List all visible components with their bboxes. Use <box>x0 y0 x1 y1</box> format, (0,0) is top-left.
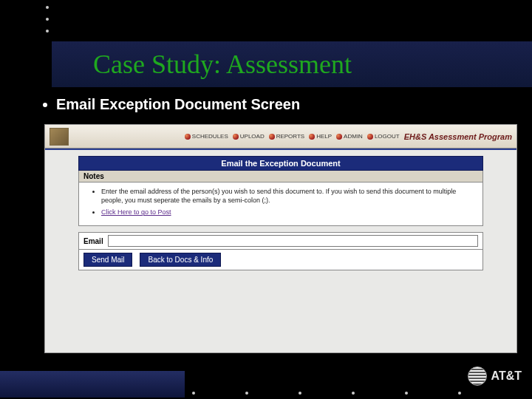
footer-accent <box>0 371 185 398</box>
notes-header: Notes <box>78 171 483 183</box>
back-button[interactable]: Back to Docs & Info <box>140 253 221 267</box>
email-row: Email <box>78 232 483 250</box>
app-window: SCHEDULES UPLOAD REPORTS HELP ADMIN LOGO… <box>44 124 517 353</box>
note-instruction: Enter the email address of the person(s)… <box>101 187 477 205</box>
note-link-item: Click Here to go to Post <box>101 208 477 216</box>
subtitle-row: Email Exception Document Screen <box>43 96 300 113</box>
brand-logo: AT&T <box>468 366 522 386</box>
program-title: EH&S Assessment Program <box>404 132 512 141</box>
button-row: Send Mail Back to Docs & Info <box>78 250 483 270</box>
globe-icon <box>468 366 487 386</box>
post-link[interactable]: Click Here to go to Post <box>101 208 171 216</box>
slide-subtitle: Email Exception Document Screen <box>56 96 300 113</box>
email-label: Email <box>83 237 103 245</box>
email-input[interactable] <box>108 235 478 247</box>
app-header: SCHEDULES UPLOAD REPORTS HELP ADMIN LOGO… <box>45 125 516 149</box>
form-panel: Email the Exception Document Notes Enter… <box>78 156 483 270</box>
nav-admin[interactable]: ADMIN <box>336 133 363 140</box>
app-logo-icon <box>50 128 69 146</box>
nav-reports[interactable]: REPORTS <box>269 133 305 140</box>
bullet-icon <box>43 103 47 107</box>
content-area: Email the Exception Document Notes Enter… <box>45 150 516 278</box>
dot-icon <box>269 134 275 140</box>
title-bar: Case Study: Assessment <box>52 41 532 87</box>
nav-upload[interactable]: UPLOAD <box>233 133 265 140</box>
send-mail-button[interactable]: Send Mail <box>83 253 132 267</box>
decorative-dots-bottom <box>192 392 461 395</box>
dot-icon <box>233 134 239 140</box>
dot-icon <box>367 134 373 140</box>
nav-help[interactable]: HELP <box>309 133 332 140</box>
dot-icon <box>185 134 191 140</box>
panel-banner: Email the Exception Document <box>78 156 483 171</box>
brand-text: AT&T <box>491 369 522 383</box>
nav-logout[interactable]: LOGOUT <box>367 133 400 140</box>
nav-schedules[interactable]: SCHEDULES <box>185 133 228 140</box>
notes-body: Enter the email address of the person(s)… <box>78 183 483 226</box>
dot-icon <box>336 134 342 140</box>
decorative-dots-top <box>46 6 49 33</box>
slide-title: Case Study: Assessment <box>52 41 532 80</box>
dot-icon <box>309 134 315 140</box>
nav-menu: SCHEDULES UPLOAD REPORTS HELP ADMIN LOGO… <box>185 133 400 140</box>
